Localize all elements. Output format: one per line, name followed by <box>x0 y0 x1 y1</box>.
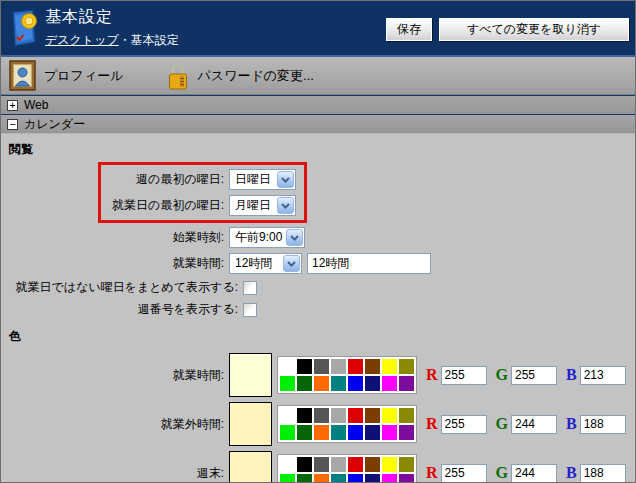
green-value-input[interactable] <box>511 366 557 385</box>
blue-label: B <box>566 464 577 482</box>
palette-color-swatch[interactable] <box>331 457 346 472</box>
profile-icon <box>9 60 36 91</box>
first-workday-value: 月曜日 <box>231 197 277 214</box>
palette-color-swatch[interactable] <box>280 359 295 374</box>
palette-color-swatch[interactable] <box>314 359 329 374</box>
palette-color-swatch[interactable] <box>399 376 414 391</box>
palette-color-swatch[interactable] <box>365 408 380 423</box>
color-palette <box>277 405 417 443</box>
palette-color-swatch[interactable] <box>399 457 414 472</box>
show-week-number-checkbox[interactable] <box>243 303 257 317</box>
red-label: R <box>426 366 438 384</box>
page-title: 基本設定 <box>45 7 179 28</box>
red-value-input[interactable] <box>441 464 487 483</box>
chevron-down-icon <box>283 255 300 272</box>
green-label: G <box>496 415 508 433</box>
palette-color-swatch[interactable] <box>365 376 380 391</box>
palette-color-swatch[interactable] <box>297 474 312 483</box>
blue-value-input[interactable] <box>580 415 626 434</box>
red-value-input[interactable] <box>441 366 487 385</box>
palette-color-swatch[interactable] <box>280 425 295 440</box>
palette-color-swatch[interactable] <box>348 474 363 483</box>
palette-color-swatch[interactable] <box>348 457 363 472</box>
start-time-select[interactable]: 午前9:00 <box>229 227 305 248</box>
palette-color-swatch[interactable] <box>297 359 312 374</box>
palette-color-swatch[interactable] <box>365 474 380 483</box>
palette-color-swatch[interactable] <box>280 376 295 391</box>
palette-color-swatch[interactable] <box>280 408 295 423</box>
palette-color-swatch[interactable] <box>280 474 295 483</box>
palette-color-swatch[interactable] <box>382 359 397 374</box>
section-header-calendar[interactable]: − カレンダー <box>1 114 635 134</box>
chevron-down-icon <box>277 197 294 214</box>
palette-color-swatch[interactable] <box>331 408 346 423</box>
palette-color-swatch[interactable] <box>382 457 397 472</box>
calendar-settings-panel: 閲覧 週の最初の曜日: 日曜日 就業日の最初の曜日: 月曜日 <box>1 134 635 483</box>
palette-color-swatch[interactable] <box>331 474 346 483</box>
green-value-input[interactable] <box>511 464 557 483</box>
palette-color-swatch[interactable] <box>331 425 346 440</box>
palette-color-swatch[interactable] <box>331 376 346 391</box>
palette-color-swatch[interactable] <box>297 376 312 391</box>
palette-color-swatch[interactable] <box>399 474 414 483</box>
section-header-web[interactable]: + Web <box>1 95 635 114</box>
palette-color-swatch[interactable] <box>314 425 329 440</box>
color-preview-swatch <box>229 451 272 483</box>
red-value-input[interactable] <box>441 415 487 434</box>
undo-all-changes-button[interactable]: すべての変更を取り消す <box>439 18 629 41</box>
palette-color-swatch[interactable] <box>348 425 363 440</box>
expand-plus-icon[interactable]: + <box>7 100 18 111</box>
first-day-select[interactable]: 日曜日 <box>229 169 296 190</box>
breadcrumb-separator: ・ <box>119 33 131 47</box>
blue-value-input[interactable] <box>580 464 626 483</box>
collapse-minus-icon[interactable]: − <box>7 119 18 130</box>
section-web-label: Web <box>24 98 48 112</box>
profile-button[interactable]: プロフィール <box>9 60 124 91</box>
palette-color-swatch[interactable] <box>314 376 329 391</box>
palette-color-swatch[interactable] <box>297 457 312 472</box>
breadcrumb-desktop-link[interactable]: デスクトップ <box>45 33 119 47</box>
palette-color-swatch[interactable] <box>297 408 312 423</box>
palette-color-swatch[interactable] <box>399 425 414 440</box>
title-bar: 基本設定 デスクトップ・基本設定 保存 すべての変更を取り消す <box>1 1 635 57</box>
change-password-button[interactable]: パスワードの変更... <box>166 61 314 91</box>
red-label: R <box>426 415 438 433</box>
group-nonwork-days-checkbox[interactable] <box>243 281 257 295</box>
breadcrumb: デスクトップ・基本設定 <box>45 32 179 49</box>
palette-color-swatch[interactable] <box>399 408 414 423</box>
palette-color-swatch[interactable] <box>280 457 295 472</box>
palette-color-swatch[interactable] <box>365 359 380 374</box>
palette-color-swatch[interactable] <box>331 359 346 374</box>
palette-color-swatch[interactable] <box>314 474 329 483</box>
show-week-number-label: 週番号を表示する: <box>9 301 243 318</box>
work-hours-label: 就業時間: <box>9 255 229 272</box>
section-calendar-label: カレンダー <box>24 116 85 133</box>
chevron-down-icon <box>286 229 303 246</box>
color-preview-swatch <box>229 402 272 446</box>
work-hours-select[interactable]: 12時間 <box>229 253 302 274</box>
first-workday-select[interactable]: 月曜日 <box>229 195 296 216</box>
color-preview-swatch <box>229 353 272 397</box>
palette-color-swatch[interactable] <box>314 457 329 472</box>
palette-color-swatch[interactable] <box>314 408 329 423</box>
palette-color-swatch[interactable] <box>348 408 363 423</box>
toolbar: プロフィール パスワードの変更... <box>1 57 635 95</box>
palette-color-swatch[interactable] <box>348 359 363 374</box>
nonwork-hours-color-row: 就業外時間: R G B <box>9 402 635 446</box>
palette-color-swatch[interactable] <box>382 474 397 483</box>
palette-color-swatch[interactable] <box>382 425 397 440</box>
preferences-icon <box>7 8 41 50</box>
save-button[interactable]: 保存 <box>386 18 432 41</box>
chevron-down-icon <box>277 171 294 188</box>
palette-color-swatch[interactable] <box>365 457 380 472</box>
work-hours-input[interactable] <box>307 253 431 274</box>
palette-color-swatch[interactable] <box>348 376 363 391</box>
blue-value-input[interactable] <box>580 366 626 385</box>
palette-color-swatch[interactable] <box>382 408 397 423</box>
palette-color-swatch[interactable] <box>382 376 397 391</box>
color-palette <box>277 454 417 483</box>
palette-color-swatch[interactable] <box>297 425 312 440</box>
green-value-input[interactable] <box>511 415 557 434</box>
palette-color-swatch[interactable] <box>399 359 414 374</box>
palette-color-swatch[interactable] <box>365 425 380 440</box>
